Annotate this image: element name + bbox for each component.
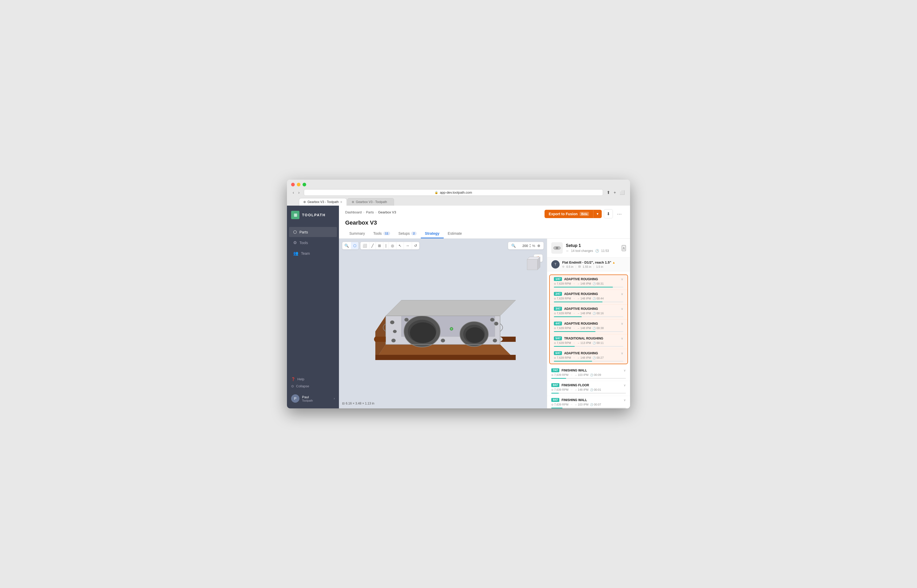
op-chevron-icon[interactable]: ∨ <box>621 307 623 311</box>
orbit-btn[interactable]: ⬜ <box>360 242 369 249</box>
zoom-percent: % <box>532 244 535 248</box>
operation-item[interactable]: 5/47 TRADITIONAL ROUGHING ∨ ⊙ 7,639 RPM … <box>550 334 628 349</box>
browser-tab-1[interactable]: ⚙ Gearbox V3 - Toolpath × <box>299 198 347 206</box>
tab-summary-label: Summary <box>349 231 365 236</box>
export-btn-main[interactable]: Export to Fusion Beta <box>544 210 593 218</box>
collapse-button[interactable]: ⊙ Collapse <box>291 383 335 390</box>
new-tab-button[interactable]: + <box>613 189 617 196</box>
breadcrumb-parts[interactable]: Parts <box>366 210 374 214</box>
help-link[interactable]: ❓ Help <box>291 376 335 383</box>
perspective-btn[interactable]: ╱ <box>369 242 376 249</box>
operation-item[interactable]: 4/47 ADAPTIVE ROUGHING ∨ ⊙ 7,639 RPM → →… <box>550 320 628 334</box>
op-chevron-icon[interactable]: ∨ <box>621 351 623 355</box>
tab-tools[interactable]: Tools 11 <box>369 229 394 238</box>
op-chevron-icon[interactable]: ∨ <box>621 322 623 325</box>
op-chevron-icon[interactable]: ∨ <box>623 368 626 372</box>
tab-strategy[interactable]: Strategy <box>421 229 444 238</box>
zoom-fit-btn[interactable]: ⊕ <box>536 243 541 248</box>
operation-item[interactable]: 8/47 FINISHING FLOOR ∨ ⊙ 7,639 RPM → → 1… <box>547 381 630 396</box>
top-bar: Dashboard › Parts › Gearbox V3 Export to… <box>339 206 630 239</box>
tool-spec1: 0.5 in <box>567 265 573 268</box>
browser-tab-2[interactable]: ⚙ Gearbox V3 - Toolpath <box>347 198 394 206</box>
svg-point-18 <box>556 247 558 249</box>
tab-1-close[interactable]: × <box>340 200 342 204</box>
op-chevron-icon[interactable]: ∨ <box>623 383 626 387</box>
sidebar-item-team[interactable]: 👥 Team <box>289 248 337 258</box>
page-title-right: Export to Fusion Beta ▼ ⬇ ⋯ <box>544 209 624 218</box>
sidebar-item-tools-label: Tools <box>299 241 308 245</box>
forward-button[interactable]: › <box>297 189 301 196</box>
surface-btn[interactable]: ◎ <box>389 242 396 249</box>
back-button[interactable]: ‹ <box>291 189 295 196</box>
download-button[interactable]: ⬇ <box>604 209 613 218</box>
op-type-name: ADAPTIVE ROUGHING <box>564 351 619 355</box>
operation-item[interactable]: 2/47 ADAPTIVE ROUGHING ∨ ⊙ 7,639 RPM → →… <box>550 290 628 305</box>
export-button[interactable]: Export to Fusion Beta ▼ <box>544 210 602 218</box>
operation-item[interactable]: 7/47 FINISHING WALL ∨ ⊙ 7,639 RPM → → 10… <box>547 366 630 381</box>
op-header: 6/47 ADAPTIVE ROUGHING ∨ <box>554 351 623 355</box>
op-ipm: → 148 IPM <box>577 312 591 315</box>
tab-summary[interactable]: Summary <box>345 229 369 238</box>
maximize-button[interactable] <box>302 183 306 186</box>
select-tool-btn[interactable]: ⬡ <box>351 242 358 249</box>
rotate-btn[interactable]: ↺ <box>412 242 419 249</box>
zoom-arrows: ▲ ▼ <box>529 244 531 248</box>
address-bar[interactable]: 🔒 app-dev.toolpath.com <box>304 189 603 196</box>
op-chevron-icon[interactable]: ∨ <box>621 277 623 281</box>
op-chevron-icon[interactable]: ∨ <box>623 398 626 402</box>
grid-btn[interactable]: ⊞ <box>376 242 383 249</box>
op-chevron-icon[interactable]: ∨ <box>621 337 623 340</box>
minimize-button[interactable] <box>297 183 300 186</box>
close-button[interactable] <box>291 183 295 186</box>
logo-text: TOOLPATH <box>302 213 326 217</box>
zoom-down-arrow[interactable]: ▼ <box>529 246 531 248</box>
op-header: 1/47 ADAPTIVE ROUGHING ∨ <box>554 277 623 281</box>
measure-btn[interactable]: | <box>383 242 389 249</box>
op-ipm: → 148 IPM <box>577 356 591 359</box>
op-type-name: ADAPTIVE ROUGHING <box>564 322 619 325</box>
setup-collapse-button[interactable]: ∧ <box>622 245 626 251</box>
op-chevron-icon[interactable]: ∨ <box>621 292 623 296</box>
operations-list[interactable]: 1/47 ADAPTIVE ROUGHING ∨ ⊙ 7,639 RPM → →… <box>547 271 630 409</box>
op-ipm: → 113 IPM <box>577 341 591 344</box>
op-progress-bar <box>551 378 626 379</box>
cursor-btn[interactable]: ↖ <box>396 242 404 249</box>
operation-item[interactable]: 3/47 ADAPTIVE ROUGHING ∨ ⊙ 7,639 RPM → →… <box>550 305 628 320</box>
viewport-dimensions: ⊟ 6.16 × 3.48 × 1.13 in <box>342 402 374 405</box>
zoom-out-btn[interactable]: 🔍 <box>510 243 517 248</box>
more-options-button[interactable]: ⋯ <box>615 210 624 218</box>
setup-header: Setup 1 ↔ 14 tool changes 🕐 11:53 ∧ <box>547 239 630 258</box>
op-progress-fill <box>554 331 596 332</box>
operation-item[interactable]: 1/47 ADAPTIVE ROUGHING ∨ ⊙ 7,639 RPM → →… <box>550 275 628 290</box>
svg-point-12 <box>393 330 397 333</box>
pan-btn[interactable]: ↔ <box>404 242 412 249</box>
tab-favicon-2: ⚙ <box>352 200 354 204</box>
zoom-up-arrow[interactable]: ▲ <box>529 244 531 246</box>
operation-item[interactable]: 9/47 FINISHING WALL ∨ ⊙ 7,639 RPM → → 10… <box>547 396 630 409</box>
op-rpm: ⊙ 7,639 RPM <box>554 282 571 285</box>
zoom-tool-btn[interactable]: 🔍 <box>342 242 351 249</box>
sidebar-item-parts[interactable]: ⬡ Parts <box>289 227 337 237</box>
svg-point-10 <box>493 339 497 342</box>
user-menu[interactable]: P Paul Toolpath › <box>291 393 335 404</box>
op-time: 🕐 00:01 <box>590 388 601 391</box>
tab-estimate[interactable]: Estimate <box>444 229 466 238</box>
op-ipm: → 148 IPM <box>577 297 591 300</box>
breadcrumb-dashboard[interactable]: Dashboard <box>345 210 362 214</box>
op-index-badge: 4/47 <box>554 321 562 325</box>
operation-item[interactable]: 6/47 ADAPTIVE ROUGHING ∨ ⊙ 7,639 RPM → →… <box>550 349 628 363</box>
export-dropdown-arrow[interactable]: ▼ <box>593 210 602 218</box>
breadcrumb: Dashboard › Parts › Gearbox V3 <box>345 210 396 214</box>
share-button[interactable]: ⬆ <box>605 189 611 196</box>
sidebar-item-tools[interactable]: ⚙ Tools <box>289 237 337 248</box>
op-progress-fill <box>554 361 592 362</box>
viewport[interactable]: 🔍 ⬡ ⬜ ╱ ⊞ | ◎ ↖ ↔ ↺ <box>339 239 547 409</box>
op-header: 2/47 ADAPTIVE ROUGHING ∨ <box>554 292 623 296</box>
zoom-input[interactable] <box>518 244 528 248</box>
svg-point-8 <box>490 318 494 321</box>
sidebar-toggle-button[interactable]: ⬜ <box>618 189 626 196</box>
sidebar-item-team-label: Team <box>301 251 310 255</box>
tab-setups[interactable]: Setups 2 <box>394 229 421 238</box>
orientation-cube[interactable] <box>522 254 543 275</box>
export-beta-badge: Beta <box>580 212 589 216</box>
